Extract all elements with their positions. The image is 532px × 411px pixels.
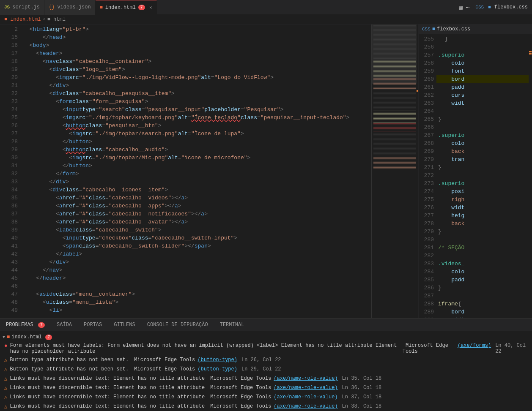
ln-42: 42 — [0, 250, 18, 258]
problems-badge: 7 — [38, 322, 45, 328]
code-line-47: <aside class="menu__container"> — [21, 290, 371, 298]
tab-ports[interactable]: PORTAS — [78, 318, 108, 331]
css-badge-right: CSS — [422, 27, 431, 32]
code-line-36: <a href="#" class="cabecalho__apps"></a> — [21, 202, 371, 210]
code-line-20: <img src="./img/VidFlow--Logo-light-mode… — [21, 73, 371, 82]
ln-19: 19 — [0, 65, 18, 73]
problem-item-2[interactable]: △ Button type attribute has not been set… — [0, 365, 532, 374]
code-line-30: <img src="./img/topbar/Mic.png" alt="ìco… — [21, 154, 371, 162]
problem-link-6[interactable]: (axe/name-role-value) — [274, 403, 337, 409]
problem-text-5: Links must have discernible text: Elemen… — [10, 394, 205, 400]
ln-24: 24 — [0, 106, 18, 114]
ln-40: 40 — [0, 234, 18, 242]
right-pane-header: CSS ■ flexbox.css — [419, 24, 532, 34]
problem-text-3: Links must have discernible text: Elemen… — [10, 376, 205, 381]
right-line-287 — [436, 292, 529, 300]
tab-script-js[interactable]: JS script.js — [0, 0, 44, 15]
right-line-256 — [436, 43, 529, 51]
code-line-43: </div> — [21, 258, 371, 266]
ln-44: 44 — [0, 266, 18, 274]
ln-41: 41 — [0, 242, 18, 250]
ln-35: 35 — [0, 194, 18, 202]
right-line-268: colo — [436, 139, 529, 147]
right-line-261: padd — [436, 83, 529, 91]
right-line-numbers: 255 256 257 258 259 260 261 262 263 264 … — [419, 34, 436, 318]
ln-27: 27 — [0, 130, 18, 138]
ln-31: 31 — [0, 162, 18, 170]
ln-45: 45 — [0, 274, 18, 282]
right-line-260: bord — [436, 75, 529, 83]
code-line-21: </div> — [21, 82, 371, 90]
right-line-264 — [436, 107, 529, 115]
tab-close-button[interactable]: ✕ — [149, 5, 152, 10]
layout-icon[interactable]: ▦ — [459, 4, 462, 11]
tab-label-videos-json: videos.json — [57, 4, 90, 10]
tab-output[interactable]: SAÍDA — [51, 318, 78, 331]
expand-icon: ▼ — [3, 335, 5, 340]
tab-problems-label: PROBLEMAS — [6, 322, 33, 328]
tab-label-index-html: index.html — [105, 5, 136, 11]
problem-item-6[interactable]: △ Links must have discernible text: Elem… — [0, 402, 532, 411]
breadcrumb-element[interactable]: ■ html — [47, 16, 66, 22]
tab-problems[interactable]: PROBLEMAS 7 — [0, 318, 51, 331]
tab-ports-label: PORTAS — [84, 322, 102, 328]
code-line-34: <div class="cabecalho__icones__item"> — [21, 186, 371, 194]
tab-terminal[interactable]: TERMINAL — [214, 318, 250, 331]
minimap[interactable] — [371, 24, 418, 318]
code-line-33: </div> — [21, 178, 371, 186]
ln-2: 2 — [0, 25, 18, 33]
css-file-icon: ■ — [488, 5, 491, 10]
problem-tool-5: Microsoft Edge Tools — [207, 394, 271, 400]
panel-tabs: PROBLEMAS 7 SAÍDA PORTAS GITLENS CONSOLE… — [0, 318, 532, 331]
code-line-48: <ul class="menu__lista"> — [21, 298, 371, 306]
right-line-280 — [436, 236, 529, 244]
tab-videos-json[interactable]: {} videos.json — [44, 0, 96, 15]
problem-link-2[interactable]: (button-type) — [197, 366, 237, 372]
code-line-18: <nav class="cabecalho__container"> — [21, 57, 371, 65]
breadcrumb-separator: > — [42, 16, 45, 22]
tab-index-html[interactable]: ■ index.html 7 ✕ — [96, 0, 157, 15]
right-line-283: .videos_ — [436, 260, 529, 268]
section-html-icon: ■ — [7, 334, 10, 340]
problem-link-0[interactable]: (axe/forms) — [458, 343, 491, 348]
warn-icon-4: △ — [4, 385, 7, 391]
right-line-285: padd — [436, 276, 529, 284]
code-line-19: <div class="logo__item"> — [21, 65, 371, 73]
problems-section-header[interactable]: ▼ ■ index.html 7 — [0, 333, 532, 341]
problem-link-1[interactable]: (button-type) — [197, 357, 237, 363]
tab-gitlens[interactable]: GITLENS — [108, 318, 141, 331]
right-line-289: bord — [436, 308, 529, 316]
problem-link-3[interactable]: (axe/name-role-value) — [274, 376, 337, 381]
problem-text-4: Links must have discernible text: Elemen… — [10, 385, 205, 391]
more-icon[interactable]: ⋯ — [466, 4, 469, 11]
right-line-275: righ — [436, 196, 529, 204]
problem-item-3[interactable]: △ Links must have discernible text: Elem… — [0, 374, 532, 384]
problem-link-5[interactable]: (axe/name-role-value) — [274, 394, 337, 400]
scroll-marker-warn1 — [529, 51, 532, 52]
problem-text-2: Button type attribute has not been set. — [10, 366, 129, 372]
code-line-40: <input type="checkbox" class="cabecalho_… — [21, 234, 371, 242]
right-line-281: /* SEÇÃO — [436, 244, 529, 252]
tab-debug-console[interactable]: CONSOLE DE DEPURAÇÃO — [141, 318, 214, 331]
problem-location-5: Ln 37, Col 18 — [342, 394, 382, 400]
problem-tool-4: Microsoft Edge Tools — [207, 385, 271, 391]
right-tab-filename: flexbox.css — [494, 4, 528, 10]
css-badge: CSS — [475, 5, 484, 10]
code-line-22: <div class="cabecalho__pesquisa__item"> — [21, 90, 371, 98]
code-line-38: <a href="#" class="cabecalho__avatar"></… — [21, 218, 371, 226]
breadcrumb-file[interactable]: ■ index.html — [4, 16, 41, 22]
code-line-23: <form class="form__pesquisa"> — [21, 98, 371, 106]
problem-item-1[interactable]: △ Button type attribute has not been set… — [0, 356, 532, 365]
problem-location-4: Ln 36, Col 18 — [342, 385, 382, 391]
ln-34: 34 — [0, 186, 18, 194]
problem-item-4[interactable]: △ Links must have discernible text: Elem… — [0, 384, 532, 393]
code-line-26: <button class="pesquisar__btn"> — [21, 122, 371, 130]
right-line-271: } — [436, 163, 529, 171]
right-code-area[interactable]: 255 256 257 258 259 260 261 262 263 264 … — [419, 34, 532, 318]
warn-icon-6: △ — [4, 403, 7, 410]
problem-item-5[interactable]: △ Links must have discernible text: Elem… — [0, 393, 532, 402]
problem-link-4[interactable]: (axe/name-role-value) — [274, 385, 337, 391]
right-line-279: } — [436, 228, 529, 236]
problem-item-0[interactable]: ● Form elements must have labels: Form e… — [0, 341, 532, 356]
code-editor[interactable]: <html lang="pt-br"> </head> <body> <head… — [21, 24, 371, 318]
